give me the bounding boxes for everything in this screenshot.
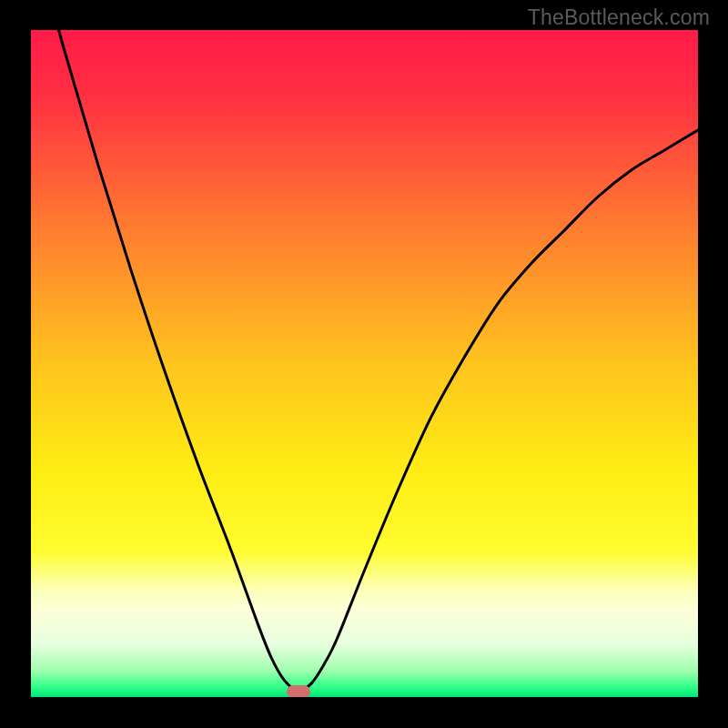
plot-area — [31, 30, 698, 697]
bottleneck-curve — [31, 30, 698, 697]
optimum-marker — [287, 685, 310, 697]
watermark-text: TheBottleneck.com — [528, 5, 710, 30]
